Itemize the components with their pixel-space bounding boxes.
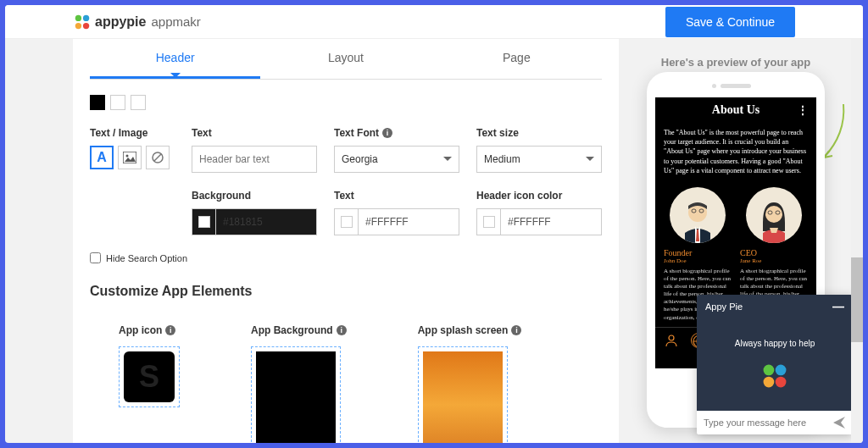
svg-point-3 xyxy=(83,22,89,28)
color-swatch-3[interactable] xyxy=(131,95,146,110)
avatar-male xyxy=(670,187,726,243)
brand-name: appypie xyxy=(95,14,146,30)
svg-point-14 xyxy=(669,335,674,340)
image-icon xyxy=(123,152,136,163)
size-label: Text size xyxy=(476,127,602,139)
user-icon xyxy=(664,333,679,348)
image-mode-button[interactable] xyxy=(118,146,142,169)
info-icon[interactable]: i xyxy=(337,325,347,335)
editor-tabs: Header Layout Page xyxy=(90,39,602,80)
text-color-input[interactable]: #FFFFFF xyxy=(334,208,459,235)
theme-color-selector xyxy=(90,95,602,110)
background-color-input[interactable]: #181815 xyxy=(192,208,317,235)
svg-line-7 xyxy=(154,154,161,161)
font-select[interactable]: Georgia xyxy=(334,146,459,173)
brand-subname: appmakr xyxy=(151,14,200,29)
app-splash-preview xyxy=(423,351,503,443)
header-text-input[interactable] xyxy=(192,146,317,173)
chat-greeting: Always happy to help xyxy=(735,339,815,348)
svg-point-11 xyxy=(765,206,782,223)
app-icon-upload[interactable]: S xyxy=(119,346,180,407)
app-splash-upload[interactable] xyxy=(418,346,508,443)
top-bar: appypie appmakr Save & Continue xyxy=(5,5,863,39)
text-image-label: Text / Image xyxy=(90,127,175,139)
svg-point-5 xyxy=(126,155,129,158)
customize-elements-title: Customize App Elements xyxy=(90,284,602,299)
svg-point-21 xyxy=(776,377,787,388)
save-continue-button[interactable]: Save & Continue xyxy=(665,7,795,37)
send-icon[interactable] xyxy=(832,416,846,429)
tab-header[interactable]: Header xyxy=(90,39,260,79)
color-swatch-2[interactable] xyxy=(110,95,125,110)
screen-title: About Us xyxy=(712,103,760,117)
color-swatch-black[interactable] xyxy=(90,95,105,110)
tab-layout[interactable]: Layout xyxy=(260,39,431,79)
size-select[interactable]: Medium xyxy=(476,146,602,173)
editor-panel: Header Layout Page Text / Image A xyxy=(73,39,619,443)
text-mode-button[interactable]: A xyxy=(90,146,114,169)
chat-widget: Appy Pie — Always happy to help xyxy=(697,295,853,434)
svg-point-18 xyxy=(764,365,775,376)
app-background-upload[interactable] xyxy=(251,346,341,443)
svg-point-19 xyxy=(776,365,787,376)
svg-point-0 xyxy=(75,14,81,20)
letter-a-icon: A xyxy=(97,150,107,165)
tab-page[interactable]: Page xyxy=(431,39,602,79)
chat-title: Appy Pie xyxy=(705,301,743,312)
hide-search-checkbox[interactable] xyxy=(90,252,101,263)
scrollbar[interactable] xyxy=(851,39,863,443)
kebab-menu-icon[interactable]: ⋮ xyxy=(798,104,808,117)
hide-search-checkbox-label[interactable]: Hide Search Option xyxy=(90,252,602,263)
icon-color-input[interactable]: #FFFFFF xyxy=(476,208,602,235)
preview-title: Here's a preview of your app xyxy=(626,56,846,69)
app-icon-label: App iconi xyxy=(119,324,180,336)
svg-point-1 xyxy=(83,14,89,20)
ban-icon xyxy=(151,151,164,164)
profile-role: CEO xyxy=(740,248,808,257)
chat-input[interactable] xyxy=(704,418,832,428)
none-mode-button[interactable] xyxy=(146,146,170,169)
text-field-label: Text xyxy=(192,127,317,139)
chat-header: Appy Pie — xyxy=(697,295,853,318)
profile-name: John Doe xyxy=(664,257,732,264)
profile-name: Jane Roe xyxy=(740,257,808,264)
text-color-label: Text xyxy=(334,190,459,202)
screen-description: The "About Us" is the most powerful page… xyxy=(655,123,816,180)
chat-logo-icon xyxy=(760,362,789,390)
background-label: Background xyxy=(192,190,317,202)
info-icon[interactable]: i xyxy=(511,325,521,335)
appypie-logo-icon xyxy=(73,13,92,31)
preview-panel: Here's a preview of your app About Us ⋮ … xyxy=(626,39,863,443)
svg-point-2 xyxy=(75,22,81,28)
font-label: Text Fonti xyxy=(334,127,459,139)
svg-point-20 xyxy=(764,377,775,388)
icon-color-label: Header icon color xyxy=(476,190,602,202)
app-background-preview xyxy=(256,351,336,443)
scroll-thumb[interactable] xyxy=(851,257,863,342)
info-icon[interactable]: i xyxy=(382,128,392,138)
profile-role: Founder xyxy=(664,248,732,257)
app-splash-label: App splash screeni xyxy=(418,324,522,336)
avatar-female xyxy=(746,187,802,243)
info-icon[interactable]: i xyxy=(165,325,175,335)
app-icon-preview: S xyxy=(124,351,175,402)
brand-logo: appypie appmakr xyxy=(73,13,201,31)
minimize-icon[interactable]: — xyxy=(832,300,844,313)
app-background-label: App Backgroundi xyxy=(251,324,347,336)
